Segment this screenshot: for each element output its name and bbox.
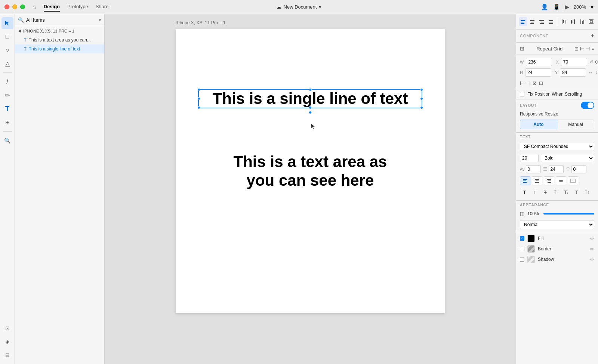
layer-back-icon[interactable]: ◀ (18, 28, 21, 33)
manual-resize-btn[interactable]: Manual (557, 120, 594, 129)
triangle-tool[interactable]: △ (1, 58, 13, 70)
font-family-select[interactable]: SF Compact Rounded (520, 142, 594, 151)
selection-handle-tc[interactable] (309, 88, 312, 91)
border-checkbox[interactable] (520, 247, 524, 251)
static-text-element[interactable]: This is a text area as you can see here (198, 152, 422, 190)
selection-handle-lc[interactable] (197, 97, 200, 100)
rectangle-tool[interactable]: □ (1, 31, 13, 43)
layers-search-input[interactable] (26, 17, 96, 23)
text-overflow-btn[interactable] (568, 176, 578, 185)
selection-handle-br[interactable] (420, 106, 423, 109)
constraint-fill-icon[interactable]: ⊡ (539, 80, 543, 86)
align-center-btn[interactable] (528, 17, 536, 26)
rg-more-icon[interactable]: ≡ (591, 46, 594, 52)
align-justify-btn[interactable] (547, 17, 555, 26)
opacity-slider[interactable] (543, 213, 594, 215)
text-align-left-btn[interactable] (520, 176, 530, 185)
shadow-edit-icon[interactable]: ✏ (590, 257, 594, 262)
text-style-subscript-btn[interactable]: T↓ (562, 188, 571, 197)
ellipse-tool[interactable]: ○ (1, 44, 13, 56)
rg-copy-icon[interactable]: ⊡ (574, 46, 579, 52)
layers-tool[interactable]: ◈ (1, 336, 13, 348)
search-filter-dropdown[interactable]: ▾ (99, 17, 101, 23)
tab-design[interactable]: Design (44, 2, 60, 12)
text-style-caps-btn[interactable]: T (572, 188, 581, 197)
text-tool[interactable]: T (1, 103, 13, 115)
device-icon[interactable]: 📱 (553, 3, 560, 10)
fill-color-swatch[interactable] (527, 235, 535, 242)
constraint-left-icon[interactable]: ⊢ (520, 80, 524, 86)
tab-prototype[interactable]: Prototype (67, 2, 88, 12)
line-tool[interactable]: / (1, 76, 13, 88)
fix-position-checkbox[interactable] (520, 92, 524, 96)
fullscreen-button[interactable] (20, 4, 25, 9)
rotation-icon[interactable]: ↺ (589, 59, 593, 65)
constraint-right-icon[interactable]: ⊠ (533, 80, 537, 86)
align-middle-btn[interactable] (569, 17, 577, 26)
constraint-center-icon[interactable]: ⊣ (526, 80, 530, 86)
layer-item-0[interactable]: T This is a text area as you can... (15, 36, 104, 44)
selected-text-element[interactable]: This is a single line of text (198, 89, 422, 108)
flip-h-icon[interactable]: ↔ (588, 70, 593, 75)
align-right-btn[interactable] (538, 17, 546, 26)
selection-handle-tl[interactable] (197, 88, 200, 91)
x-input[interactable] (561, 58, 587, 66)
align-left-btn[interactable] (519, 17, 527, 26)
select-tool[interactable] (1, 17, 13, 29)
align-bottom-btn[interactable] (578, 17, 586, 26)
rg-paste-icon[interactable]: ⊢ (580, 46, 584, 52)
selection-handle-bl[interactable] (197, 106, 200, 109)
text-align-center-btn[interactable] (532, 176, 542, 185)
component-tool[interactable]: ⊞ (1, 116, 13, 128)
text-style-strikethrough-btn[interactable]: T (541, 188, 550, 197)
border-color-swatch[interactable] (527, 245, 535, 253)
line-height-input[interactable] (549, 165, 564, 173)
home-button[interactable]: ⌂ (33, 4, 36, 10)
artboard[interactable]: This is a single line of text (176, 29, 445, 313)
add-component-button[interactable]: + (591, 33, 594, 39)
zoom-dropdown-icon[interactable]: ▾ (591, 3, 594, 10)
text-style-small-btn[interactable]: T (530, 188, 539, 197)
close-button[interactable] (4, 4, 9, 9)
assets-tool[interactable]: ⊟ (1, 349, 13, 361)
shadow-checkbox[interactable] (520, 257, 524, 262)
layer-group-header[interactable]: ◀ IPHONE X, XS, 11 PRO – 1 (15, 26, 104, 36)
text-align-right-btn[interactable] (544, 176, 554, 185)
play-button[interactable]: ▶ (565, 3, 569, 10)
letter-spacing-input[interactable] (571, 165, 586, 173)
fill-checkbox[interactable]: ✓ (520, 236, 524, 241)
shadow-color-swatch[interactable] (527, 256, 535, 263)
zoom-level[interactable]: 200% (574, 4, 586, 10)
zoom-tool[interactable]: 🔍 (1, 135, 13, 146)
user-icon[interactable]: 👤 (541, 3, 548, 10)
text-style-superscript-btn[interactable]: T↑ (551, 188, 560, 197)
rg-link-icon[interactable]: ⊣ (586, 46, 590, 52)
layer-item-1[interactable]: T This is a single line of text (15, 44, 104, 53)
align-top-btn[interactable] (560, 17, 567, 26)
font-weight-select[interactable]: Bold Regular Medium (541, 154, 594, 162)
selection-handle-bc[interactable] (309, 106, 312, 109)
font-size-input[interactable] (520, 154, 539, 162)
fill-edit-icon[interactable]: ✏ (590, 236, 594, 241)
canvas-area[interactable]: iPhone X, XS, 11 Pro – 1 This is a singl… (105, 14, 516, 364)
pen-tool[interactable]: ✏ (1, 89, 13, 101)
selection-handle-tr[interactable] (420, 88, 423, 91)
tab-share[interactable]: Share (96, 2, 109, 12)
text-link-btn[interactable] (556, 176, 566, 185)
blend-mode-select[interactable]: Normal Multiply Screen Overlay (520, 220, 594, 229)
text-style-arrow-btn[interactable]: T↑ (583, 188, 592, 197)
document-title-area[interactable]: ☁ New Document ▾ (277, 4, 322, 10)
auto-resize-btn[interactable]: Auto (520, 120, 557, 129)
text-style-large-btn[interactable]: T (520, 188, 529, 197)
av-input[interactable] (526, 165, 541, 173)
artboard-tool[interactable]: ⊡ (1, 322, 13, 334)
selection-handle-rc[interactable] (420, 97, 423, 100)
y-input[interactable] (560, 68, 586, 77)
minimize-button[interactable] (12, 4, 17, 9)
distribute-btn[interactable] (587, 17, 595, 26)
height-input[interactable] (525, 68, 551, 77)
width-input[interactable] (526, 58, 552, 66)
responsive-resize-toggle[interactable] (581, 102, 594, 109)
border-edit-icon[interactable]: ✏ (590, 246, 594, 252)
flip-v-icon[interactable]: ↕ (595, 70, 597, 75)
